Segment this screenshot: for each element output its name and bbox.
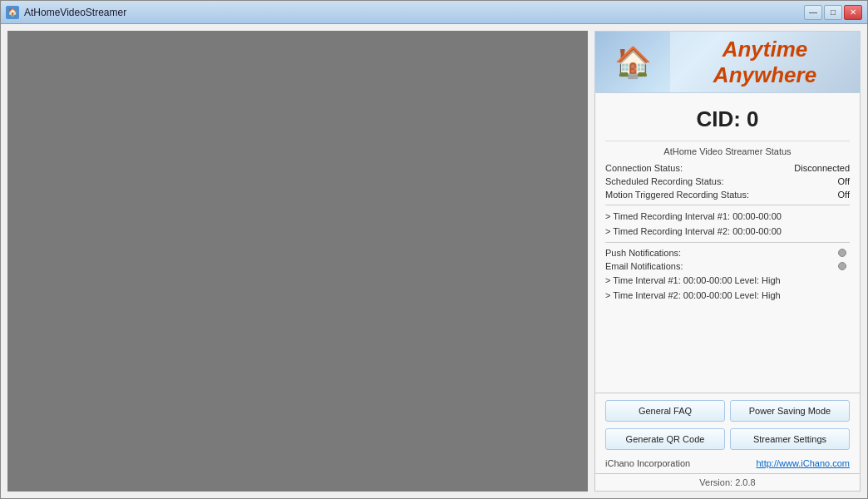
house-icon: 🏠 — [614, 45, 652, 80]
maximize-button[interactable]: □ — [824, 5, 842, 20]
push-notifications-led — [838, 249, 846, 257]
email-notifications-led — [838, 262, 846, 270]
motion-recording-label: Motion Triggered Recording Status: — [605, 190, 749, 200]
time-interval-1: > Time Interval #1: 00:00-00:00 Level: H… — [605, 273, 850, 288]
banner-tagline: Anytime Anywhere — [670, 37, 860, 88]
company-name: iChano Incorporation — [605, 458, 690, 468]
push-notifications-row: Push Notifications: — [605, 246, 850, 259]
banner-house-image: 🏠 — [595, 31, 670, 93]
connection-status-value: Disconnected — [794, 163, 850, 173]
window-controls: — □ ✕ — [804, 5, 862, 20]
timed-interval-2: > Timed Recording Interval #2: 00:00-00:… — [605, 224, 850, 239]
scheduled-recording-row: Scheduled Recording Status: Off — [605, 175, 850, 188]
banner: 🏠 Anytime Anywhere — [594, 31, 861, 93]
company-link[interactable]: http://www.iChano.com — [757, 458, 851, 468]
status-section-title: AtHome Video Streamer Status — [605, 146, 850, 156]
push-notifications-label: Push Notifications: — [605, 248, 681, 258]
motion-recording-row: Motion Triggered Recording Status: Off — [605, 188, 850, 201]
divider-1 — [605, 205, 850, 205]
info-panel: CID: 0 AtHome Video Streamer Status Conn… — [594, 93, 861, 393]
general-faq-button[interactable]: General FAQ — [605, 400, 725, 422]
video-panel — [7, 31, 588, 492]
email-notifications-row: Email Notifications: — [605, 259, 850, 273]
footer-panel: iChano Incorporation http://www.iChano.c… — [594, 455, 861, 474]
divider-2 — [605, 242, 850, 243]
email-notifications-label: Email Notifications: — [605, 261, 683, 271]
close-button[interactable]: ✕ — [844, 5, 862, 20]
version-label: Version: 2.0.8 — [699, 477, 755, 487]
title-bar: 🏠 AtHomeVideoStreamer — □ ✕ — [1, 1, 867, 24]
streamer-settings-button[interactable]: Streamer Settings — [730, 428, 850, 450]
main-window: 🏠 AtHomeVideoStreamer — □ ✕ 🏠 Anytime An… — [0, 0, 868, 499]
app-icon: 🏠 — [6, 6, 19, 19]
timed-interval-1: > Timed Recording Interval #1: 00:00-00:… — [605, 209, 850, 224]
window-title: AtHomeVideoStreamer — [24, 7, 126, 18]
right-panel: 🏠 Anytime Anywhere CID: 0 AtHome Video S… — [594, 31, 861, 492]
time-interval-2: > Time Interval #2: 00:00-00:00 Level: H… — [605, 288, 850, 303]
scheduled-recording-value: Off — [838, 176, 850, 186]
power-saving-mode-button[interactable]: Power Saving Mode — [730, 400, 850, 422]
cid-display: CID: 0 — [605, 100, 850, 141]
buttons-row-1: General FAQ Power Saving Mode — [594, 393, 861, 425]
title-bar-left: 🏠 AtHomeVideoStreamer — [6, 6, 126, 19]
scheduled-recording-label: Scheduled Recording Status: — [605, 176, 723, 186]
content-area: 🏠 Anytime Anywhere CID: 0 AtHome Video S… — [1, 24, 867, 498]
minimize-button[interactable]: — — [804, 5, 822, 20]
generate-qr-code-button[interactable]: Generate QR Code — [605, 428, 725, 450]
connection-status-label: Connection Status: — [605, 163, 683, 173]
connection-status-row: Connection Status: Disconnected — [605, 161, 850, 175]
buttons-row-2: Generate QR Code Streamer Settings — [594, 425, 861, 455]
version-row: Version: 2.0.8 — [594, 474, 861, 492]
motion-recording-value: Off — [838, 190, 850, 200]
